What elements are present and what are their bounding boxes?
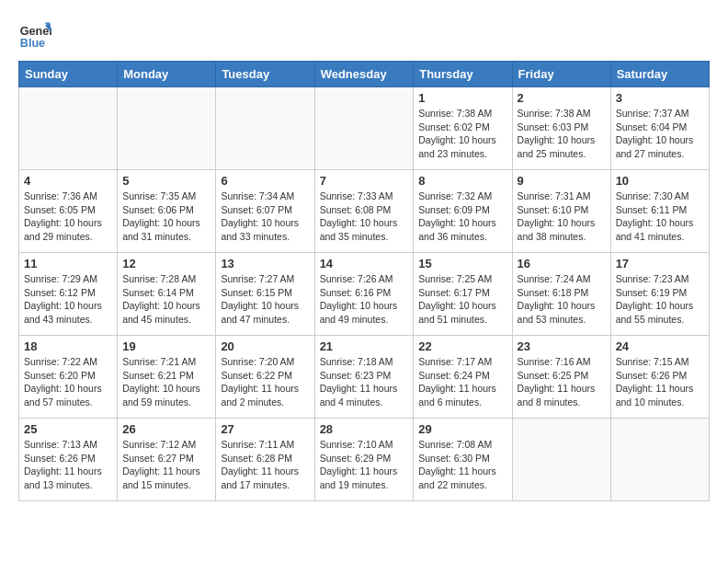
day-cell (216, 87, 314, 170)
day-number: 28 (320, 422, 409, 436)
day-number: 12 (122, 257, 210, 270)
day-info: Sunrise: 7:37 AM Sunset: 6:04 PM Dayligh… (616, 107, 704, 161)
day-cell: 21Sunrise: 7:18 AM Sunset: 6:23 PM Dayli… (314, 336, 414, 419)
day-number: 6 (221, 174, 309, 188)
day-number: 9 (518, 174, 606, 188)
day-cell: 11Sunrise: 7:29 AM Sunset: 6:12 PM Dayli… (19, 253, 118, 336)
day-number: 19 (122, 339, 210, 353)
day-info: Sunrise: 7:36 AM Sunset: 6:05 PM Dayligh… (24, 190, 112, 244)
day-cell (19, 87, 118, 170)
day-number: 18 (24, 339, 112, 353)
week-row-3: 18Sunrise: 7:22 AM Sunset: 6:20 PM Dayli… (19, 336, 710, 419)
day-cell: 16Sunrise: 7:24 AM Sunset: 6:18 PM Dayli… (512, 253, 610, 336)
day-cell: 4Sunrise: 7:36 AM Sunset: 6:05 PM Daylig… (19, 170, 118, 253)
day-number: 4 (24, 174, 112, 188)
week-row-0: 1Sunrise: 7:38 AM Sunset: 6:02 PM Daylig… (19, 87, 710, 170)
svg-text:Blue: Blue (20, 37, 45, 50)
day-cell: 23Sunrise: 7:16 AM Sunset: 6:25 PM Dayli… (512, 336, 610, 419)
day-info: Sunrise: 7:15 AM Sunset: 6:26 PM Dayligh… (616, 355, 704, 409)
day-number: 21 (320, 339, 409, 353)
day-info: Sunrise: 7:11 AM Sunset: 6:28 PM Dayligh… (221, 438, 309, 492)
day-info: Sunrise: 7:24 AM Sunset: 6:18 PM Dayligh… (518, 272, 606, 327)
header-friday: Friday (512, 62, 610, 87)
day-number: 7 (320, 174, 409, 188)
day-info: Sunrise: 7:32 AM Sunset: 6:09 PM Dayligh… (418, 190, 506, 244)
logo-icon: General Blue (18, 18, 51, 52)
week-row-1: 4Sunrise: 7:36 AM Sunset: 6:05 PM Daylig… (19, 170, 710, 253)
day-cell: 27Sunrise: 7:11 AM Sunset: 6:28 PM Dayli… (216, 419, 314, 501)
day-info: Sunrise: 7:28 AM Sunset: 6:14 PM Dayligh… (122, 272, 210, 327)
day-info: Sunrise: 7:08 AM Sunset: 6:30 PM Dayligh… (418, 438, 506, 492)
day-cell: 8Sunrise: 7:32 AM Sunset: 6:09 PM Daylig… (414, 170, 512, 253)
week-row-4: 25Sunrise: 7:13 AM Sunset: 6:26 PM Dayli… (19, 419, 710, 501)
day-info: Sunrise: 7:26 AM Sunset: 6:16 PM Dayligh… (320, 272, 409, 327)
day-cell: 17Sunrise: 7:23 AM Sunset: 6:19 PM Dayli… (610, 253, 709, 336)
day-number: 2 (518, 91, 606, 105)
day-number: 8 (418, 174, 506, 188)
day-info: Sunrise: 7:12 AM Sunset: 6:27 PM Dayligh… (122, 438, 210, 492)
day-number: 14 (320, 257, 409, 270)
day-cell (118, 87, 216, 170)
day-cell: 12Sunrise: 7:28 AM Sunset: 6:14 PM Dayli… (118, 253, 216, 336)
day-cell: 5Sunrise: 7:35 AM Sunset: 6:06 PM Daylig… (118, 170, 216, 253)
day-cell: 22Sunrise: 7:17 AM Sunset: 6:24 PM Dayli… (414, 336, 512, 419)
day-info: Sunrise: 7:30 AM Sunset: 6:11 PM Dayligh… (616, 190, 704, 244)
day-cell: 3Sunrise: 7:37 AM Sunset: 6:04 PM Daylig… (610, 87, 709, 170)
day-number: 10 (616, 174, 704, 188)
day-info: Sunrise: 7:13 AM Sunset: 6:26 PM Dayligh… (24, 438, 112, 492)
day-cell: 14Sunrise: 7:26 AM Sunset: 6:16 PM Dayli… (314, 253, 414, 336)
day-cell: 19Sunrise: 7:21 AM Sunset: 6:21 PM Dayli… (118, 336, 216, 419)
day-info: Sunrise: 7:16 AM Sunset: 6:25 PM Dayligh… (518, 355, 606, 409)
day-cell: 7Sunrise: 7:33 AM Sunset: 6:08 PM Daylig… (314, 170, 414, 253)
day-cell: 29Sunrise: 7:08 AM Sunset: 6:30 PM Dayli… (414, 419, 512, 501)
header-wednesday: Wednesday (314, 62, 414, 87)
day-cell: 13Sunrise: 7:27 AM Sunset: 6:15 PM Dayli… (216, 253, 314, 336)
day-info: Sunrise: 7:20 AM Sunset: 6:22 PM Dayligh… (221, 355, 309, 409)
calendar-table: SundayMondayTuesdayWednesdayThursdayFrid… (18, 61, 710, 501)
day-info: Sunrise: 7:21 AM Sunset: 6:21 PM Dayligh… (122, 355, 210, 409)
day-cell: 1Sunrise: 7:38 AM Sunset: 6:02 PM Daylig… (414, 87, 512, 170)
header-sunday: Sunday (19, 62, 118, 87)
day-number: 20 (221, 339, 309, 353)
day-number: 17 (616, 257, 704, 270)
header-thursday: Thursday (414, 62, 512, 87)
day-number: 24 (616, 339, 704, 353)
day-cell: 10Sunrise: 7:30 AM Sunset: 6:11 PM Dayli… (610, 170, 709, 253)
header-tuesday: Tuesday (216, 62, 314, 87)
day-number: 3 (616, 91, 704, 105)
day-cell: 9Sunrise: 7:31 AM Sunset: 6:10 PM Daylig… (512, 170, 610, 253)
day-number: 23 (518, 339, 606, 353)
day-info: Sunrise: 7:23 AM Sunset: 6:19 PM Dayligh… (616, 272, 704, 327)
day-number: 16 (518, 257, 606, 270)
day-cell: 25Sunrise: 7:13 AM Sunset: 6:26 PM Dayli… (19, 419, 118, 501)
day-info: Sunrise: 7:33 AM Sunset: 6:08 PM Dayligh… (320, 190, 409, 244)
day-number: 13 (221, 257, 309, 270)
day-cell (610, 419, 709, 501)
day-cell: 28Sunrise: 7:10 AM Sunset: 6:29 PM Dayli… (314, 419, 414, 501)
day-info: Sunrise: 7:31 AM Sunset: 6:10 PM Dayligh… (518, 190, 606, 244)
day-cell: 6Sunrise: 7:34 AM Sunset: 6:07 PM Daylig… (216, 170, 314, 253)
day-number: 11 (24, 257, 112, 270)
day-info: Sunrise: 7:25 AM Sunset: 6:17 PM Dayligh… (418, 272, 506, 327)
day-cell: 24Sunrise: 7:15 AM Sunset: 6:26 PM Dayli… (610, 336, 709, 419)
header-monday: Monday (118, 62, 216, 87)
day-info: Sunrise: 7:29 AM Sunset: 6:12 PM Dayligh… (24, 272, 112, 327)
day-cell (512, 419, 610, 501)
day-info: Sunrise: 7:27 AM Sunset: 6:15 PM Dayligh… (221, 272, 309, 327)
day-cell: 2Sunrise: 7:38 AM Sunset: 6:03 PM Daylig… (512, 87, 610, 170)
day-number: 26 (122, 422, 210, 436)
day-number: 22 (418, 339, 506, 353)
day-info: Sunrise: 7:38 AM Sunset: 6:02 PM Dayligh… (418, 107, 506, 161)
day-info: Sunrise: 7:10 AM Sunset: 6:29 PM Dayligh… (320, 438, 409, 492)
day-cell: 20Sunrise: 7:20 AM Sunset: 6:22 PM Dayli… (216, 336, 314, 419)
week-row-2: 11Sunrise: 7:29 AM Sunset: 6:12 PM Dayli… (19, 253, 710, 336)
header-saturday: Saturday (610, 62, 709, 87)
day-number: 25 (24, 422, 112, 436)
day-info: Sunrise: 7:34 AM Sunset: 6:07 PM Dayligh… (221, 190, 309, 244)
day-number: 1 (418, 91, 506, 105)
calendar-header-row: SundayMondayTuesdayWednesdayThursdayFrid… (19, 62, 710, 87)
day-info: Sunrise: 7:17 AM Sunset: 6:24 PM Dayligh… (418, 355, 506, 409)
day-number: 29 (418, 422, 506, 436)
day-info: Sunrise: 7:38 AM Sunset: 6:03 PM Dayligh… (518, 107, 606, 161)
day-cell: 26Sunrise: 7:12 AM Sunset: 6:27 PM Dayli… (118, 419, 216, 501)
